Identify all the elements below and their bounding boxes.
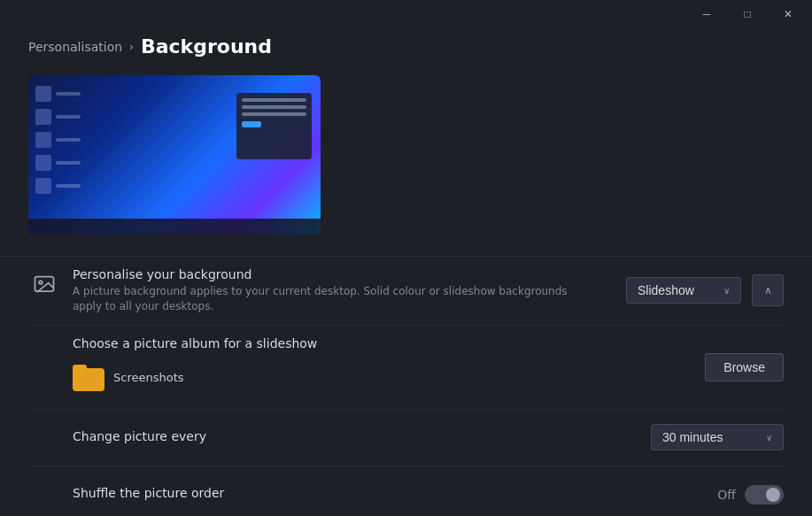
picture-icon xyxy=(28,269,60,301)
preview-window xyxy=(236,93,312,159)
change-picture-title: Change picture every xyxy=(73,429,651,443)
shuffle-title: Shuffle the picture order xyxy=(73,486,717,500)
choose-album-text: Choose a picture album for a slideshow S… xyxy=(28,336,705,398)
personalise-dropdown[interactable]: Slideshow ∨ xyxy=(626,277,741,304)
toggle-knob xyxy=(766,488,780,502)
preview-icon xyxy=(35,178,51,194)
svg-point-1 xyxy=(39,281,43,284)
change-picture-text: Change picture every xyxy=(28,429,651,446)
preview-icon-label xyxy=(56,161,81,165)
change-picture-left: Change picture every xyxy=(28,429,651,446)
personalise-background-row: Personalise your background A picture ba… xyxy=(28,257,784,326)
change-picture-dropdown-value: 30 minutes xyxy=(662,430,723,444)
preview-window-line xyxy=(242,112,306,116)
shuffle-text: Shuffle the picture order xyxy=(28,486,717,503)
preview-icon xyxy=(35,155,51,171)
title-bar: ─ □ ✕ xyxy=(0,0,812,28)
preview-wallpaper xyxy=(28,75,321,235)
shuffle-toggle[interactable] xyxy=(745,485,784,504)
change-picture-row: Change picture every 30 minutes ∨ xyxy=(28,410,784,466)
personalise-controls: Slideshow ∨ ∧ xyxy=(626,274,784,306)
folder-body xyxy=(73,368,104,391)
settings-section: Personalise your background A picture ba… xyxy=(0,256,812,516)
personalise-left: Personalise your background A picture ba… xyxy=(28,267,626,314)
preview-icon-label xyxy=(56,115,81,119)
preview-window-line xyxy=(242,98,306,102)
preview-window-button xyxy=(242,121,261,127)
preview-taskbar xyxy=(28,219,321,235)
preview-icon-label xyxy=(56,184,81,188)
choose-album-left: Choose a picture album for a slideshow S… xyxy=(28,336,705,398)
folder-name: Screenshots xyxy=(113,371,184,384)
preview-icon-label xyxy=(56,92,81,96)
folder-row: Screenshots xyxy=(73,358,705,398)
personalise-text-group: Personalise your background A picture ba… xyxy=(73,267,626,314)
preview-icon-label xyxy=(56,138,81,142)
personalise-title: Personalise your background xyxy=(73,267,626,281)
minimize-button[interactable]: ─ xyxy=(686,0,727,28)
breadcrumb: Personalisation › Background xyxy=(0,28,812,75)
preview-icon xyxy=(35,86,51,102)
breadcrumb-chevron-icon: › xyxy=(129,41,134,53)
choose-album-row: Choose a picture album for a slideshow S… xyxy=(28,326,784,410)
browse-button[interactable]: Browse xyxy=(705,353,784,381)
change-picture-dropdown[interactable]: 30 minutes ∨ xyxy=(651,424,784,451)
expand-chevron-icon: ∧ xyxy=(764,284,772,297)
personalise-dropdown-value: Slideshow xyxy=(638,283,694,297)
close-button[interactable]: ✕ xyxy=(768,0,808,28)
preview-icon xyxy=(35,132,51,148)
shuffle-left: Shuffle the picture order xyxy=(28,486,717,503)
shuffle-row: Shuffle the picture order Off xyxy=(28,466,784,516)
change-picture-dropdown-chevron-icon: ∨ xyxy=(766,433,772,443)
preview-window-line xyxy=(242,105,306,109)
personalise-expand-button[interactable]: ∧ xyxy=(752,274,784,306)
desktop-preview xyxy=(28,75,321,235)
page-title: Background xyxy=(141,35,272,58)
folder-icon xyxy=(73,365,104,391)
personalise-description: A picture background applies to your cur… xyxy=(73,284,586,314)
preview-desktop-icons xyxy=(35,86,81,194)
preview-icon xyxy=(35,109,51,125)
shuffle-toggle-container: Off xyxy=(717,485,784,504)
maximize-button[interactable]: □ xyxy=(727,0,768,28)
choose-album-title: Choose a picture album for a slideshow xyxy=(73,336,705,350)
svg-rect-0 xyxy=(35,277,54,291)
shuffle-toggle-label: Off xyxy=(717,488,736,502)
breadcrumb-parent[interactable]: Personalisation xyxy=(28,40,122,54)
personalise-dropdown-chevron-icon: ∨ xyxy=(723,286,730,296)
